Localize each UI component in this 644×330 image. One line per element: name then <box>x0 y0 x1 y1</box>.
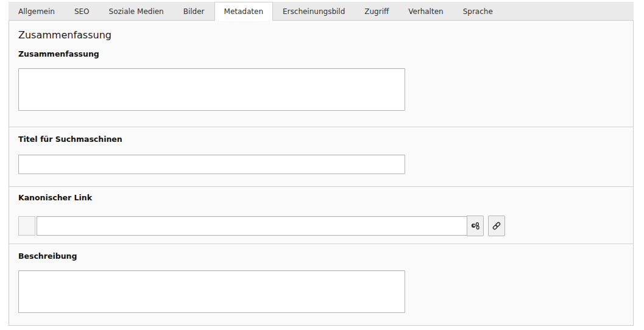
tab-soziale-medien[interactable]: Soziale Medien <box>99 2 174 20</box>
section-seo-title: Titel für Suchmaschinen <box>9 127 633 186</box>
section-zusammenfassung: Zusammenfassung Zusammenfassung <box>9 21 633 127</box>
link-icon-placeholder <box>18 216 35 236</box>
tab-sprache[interactable]: Sprache <box>453 2 503 20</box>
sheet-title: Zusammenfassung <box>18 29 624 41</box>
summary-textarea[interactable] <box>18 68 405 111</box>
seo-title-label: Titel für Suchmaschinen <box>18 135 624 144</box>
section-description: Beschreibung <box>9 244 633 324</box>
description-textarea[interactable] <box>18 270 405 313</box>
canonical-link-input[interactable] <box>37 216 467 236</box>
tab-erscheinungsbild[interactable]: Erscheinungsbild <box>273 2 355 20</box>
description-label: Beschreibung <box>18 251 624 261</box>
seo-title-input[interactable] <box>18 155 405 174</box>
toggle-link-explanation-button[interactable] <box>467 216 484 236</box>
tab-zugriff[interactable]: Zugriff <box>355 2 398 20</box>
canonical-link-label: Kanonischer Link <box>18 193 624 202</box>
canonical-link-input-group <box>18 216 624 236</box>
tab-content-panel: Zusammenfassung Zusammenfassung Titel fü… <box>9 20 634 326</box>
preview-link-icon <box>470 221 480 231</box>
link-browser-button[interactable] <box>488 216 505 236</box>
tab-metadaten[interactable]: Metadaten <box>214 2 273 21</box>
tab-bilder[interactable]: Bilder <box>174 2 214 20</box>
tab-seo[interactable]: SEO <box>65 2 99 20</box>
form-tab-bar: Allgemein SEO Soziale Medien Bilder Meta… <box>9 2 634 20</box>
section-canonical-link: Kanonischer Link <box>9 186 633 244</box>
tab-allgemein[interactable]: Allgemein <box>9 2 65 20</box>
tab-verhalten[interactable]: Verhalten <box>398 2 453 20</box>
link-browser-icon <box>492 221 501 231</box>
summary-label: Zusammenfassung <box>18 49 624 58</box>
